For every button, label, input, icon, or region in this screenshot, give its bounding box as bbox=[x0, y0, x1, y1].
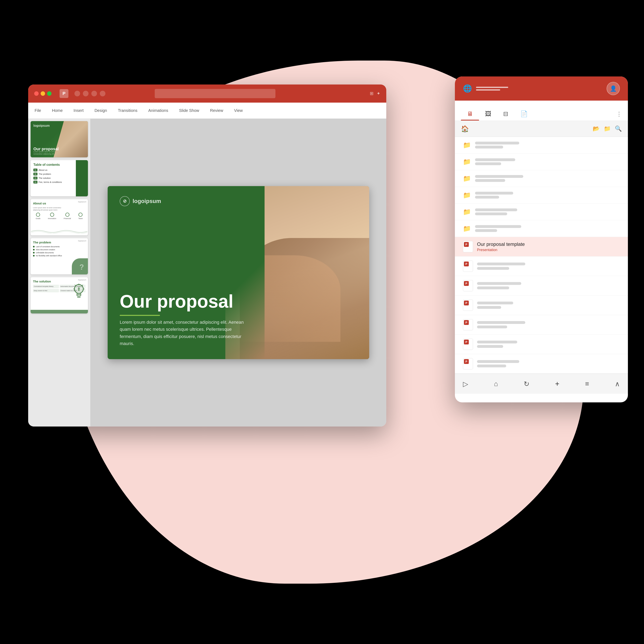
comments-icon[interactable]: ✦ bbox=[377, 91, 380, 96]
folder-item-6[interactable]: 📁 bbox=[455, 220, 628, 237]
svg-line-5 bbox=[75, 285, 76, 286]
folder-item-1[interactable]: 📁 bbox=[455, 137, 628, 154]
ribbon-tab-file[interactable]: File bbox=[32, 107, 43, 114]
ribbon-tab-insert[interactable]: Insert bbox=[71, 107, 86, 114]
ribbon-tab-slideshow[interactable]: Slide Show bbox=[177, 107, 202, 114]
folder-label-1 bbox=[475, 142, 519, 148]
tab-layout-icon: ⊟ bbox=[503, 110, 508, 117]
folder-bar-3b bbox=[475, 179, 505, 182]
slide-thumb-2[interactable]: logoipsum Table of contents 01 About us … bbox=[31, 160, 88, 196]
main-area: logoipsum Our proposal Lorem ipsum dolor… bbox=[28, 119, 386, 427]
bottom-menu-icon[interactable]: ≡ bbox=[585, 380, 589, 388]
file-item-6[interactable] bbox=[455, 354, 628, 374]
file-item-5[interactable] bbox=[455, 335, 628, 354]
about-col-financial: Financial bbox=[64, 213, 71, 219]
folder-bar-1b bbox=[475, 146, 503, 148]
folder-item-5[interactable]: 📁 bbox=[455, 204, 628, 220]
nav-home-icon[interactable]: 🏠 bbox=[461, 125, 469, 133]
main-slide-body: Lorem ipsum dolor sit amet, consectetur … bbox=[120, 319, 252, 347]
ribbon-tab-transitions[interactable]: Transitions bbox=[115, 107, 140, 114]
folder-bar-3a bbox=[475, 175, 523, 178]
bottom-play-icon[interactable]: ▷ bbox=[463, 380, 468, 388]
folder-bar-6a bbox=[475, 225, 521, 228]
problem-item-3: Unfindable documents bbox=[33, 252, 86, 254]
file-item-selected[interactable]: Our proposal template Presentation bbox=[455, 237, 628, 257]
bottom-expand-icon[interactable]: ∧ bbox=[615, 380, 620, 388]
file-bar-6b bbox=[477, 365, 506, 367]
nav-search-icon[interactable]: 🔍 bbox=[615, 125, 622, 132]
folder-icon-3: 📁 bbox=[463, 175, 471, 182]
header-line-1 bbox=[476, 87, 508, 88]
toolbar-icon-2[interactable] bbox=[83, 91, 89, 96]
window-controls bbox=[34, 91, 52, 96]
mobile-avatar[interactable]: 👤 bbox=[607, 82, 620, 95]
file-item-2[interactable] bbox=[455, 276, 628, 296]
ribbon-tab-review[interactable]: Review bbox=[208, 107, 226, 114]
slide-4-preview: logoipsum ? The problem Lack of consiste… bbox=[31, 238, 88, 274]
ribbon-tab-animations[interactable]: Animations bbox=[146, 107, 171, 114]
tab-more-button[interactable]: ⋮ bbox=[616, 111, 622, 121]
close-dot[interactable] bbox=[34, 91, 39, 96]
folder-bar-4b bbox=[475, 196, 499, 199]
bottom-refresh-icon[interactable]: ↻ bbox=[524, 380, 529, 388]
solution-item-1: Centralized template library bbox=[33, 285, 59, 288]
file-bars-3 bbox=[477, 302, 513, 309]
bottom-home-icon[interactable]: ⌂ bbox=[494, 380, 498, 388]
ribbon-tab-home[interactable]: Home bbox=[49, 107, 65, 114]
folder-bar-5b bbox=[475, 212, 507, 215]
main-slide: ⊘ logoipsum Our proposal Lorem ipsum dol… bbox=[108, 186, 369, 359]
folder-bar-2a bbox=[475, 158, 515, 161]
nav-folder-icon[interactable]: 📂 bbox=[593, 125, 600, 132]
mobile-header-lines bbox=[476, 87, 508, 91]
desktop-window: P ⊞ ✦ File Home Insert Design Transition… bbox=[28, 84, 386, 427]
toolbar-icon-1[interactable] bbox=[74, 91, 80, 96]
slide-thumb-1[interactable]: logoipsum Our proposal Lorem ipsum dolor… bbox=[31, 121, 88, 157]
main-slide-logo: ⊘ logoipsum bbox=[120, 196, 161, 206]
file-type-selected: Presentation bbox=[477, 248, 620, 252]
slide-4-title: The problem bbox=[33, 241, 86, 244]
mobile-header-left: 🌐 bbox=[463, 84, 508, 93]
file-info-selected: Our proposal template Presentation bbox=[477, 241, 620, 252]
bottom-add-icon[interactable]: + bbox=[555, 380, 559, 388]
folder-icon-5: 📁 bbox=[463, 208, 471, 216]
folder-item-3[interactable]: 📁 bbox=[455, 170, 628, 187]
toolbar-icon-3[interactable] bbox=[91, 91, 97, 96]
folder-item-4[interactable]: 📁 bbox=[455, 187, 628, 204]
file-item-1[interactable] bbox=[455, 257, 628, 276]
slide-3-columns: Goals Innovation Financial Team bbox=[33, 213, 86, 219]
ribbon-tab-design[interactable]: Design bbox=[92, 107, 109, 114]
avatar-icon: 👤 bbox=[610, 85, 617, 92]
nav-folder-open-icon[interactable]: 📁 bbox=[604, 125, 611, 132]
logo-circle-icon: ⊘ bbox=[120, 196, 130, 206]
file-item-3[interactable] bbox=[455, 296, 628, 315]
slide-thumb-5[interactable]: logoipsum The solution bbox=[31, 277, 88, 313]
search-bar[interactable] bbox=[155, 89, 275, 98]
file-bar-4a bbox=[477, 321, 525, 324]
share-icon[interactable]: ⊞ bbox=[370, 91, 373, 96]
globe-icon[interactable]: 🌐 bbox=[463, 84, 472, 93]
ppt-icon-3 bbox=[463, 300, 473, 311]
main-slide-title: Our proposal bbox=[120, 292, 233, 311]
ribbon-tab-view[interactable]: View bbox=[232, 107, 245, 114]
solution-item-3: Easy search & find bbox=[33, 289, 59, 292]
slide-3-preview: logoipsum About us Lorem ipsum dolor sit… bbox=[31, 199, 88, 235]
tab-images[interactable]: 🖼 bbox=[479, 110, 497, 121]
file-item-4[interactable] bbox=[455, 315, 628, 335]
tab-pages[interactable]: 📄 bbox=[514, 110, 534, 121]
tab-images-icon: 🖼 bbox=[485, 110, 491, 117]
toolbar-icon-4[interactable] bbox=[100, 91, 105, 96]
slide-thumb-4[interactable]: logoipsum ? The problem Lack of consiste… bbox=[31, 238, 88, 274]
slide-thumb-3[interactable]: logoipsum About us Lorem ipsum dolor sit… bbox=[31, 199, 88, 235]
tab-desktop[interactable]: 🖥 bbox=[461, 110, 479, 121]
ppt-icon-6 bbox=[463, 358, 473, 369]
tab-layout[interactable]: ⊟ bbox=[497, 110, 514, 121]
about-col-goals: Goals bbox=[36, 213, 40, 219]
toc-green-block bbox=[76, 160, 88, 196]
folder-icon-1: 📁 bbox=[463, 141, 471, 149]
app-logo: P bbox=[60, 89, 68, 98]
about-col-team: Team bbox=[78, 213, 83, 219]
folder-item-2[interactable]: 📁 bbox=[455, 154, 628, 170]
file-bars-5 bbox=[477, 341, 517, 348]
minimize-dot[interactable] bbox=[41, 91, 45, 96]
maximize-dot[interactable] bbox=[47, 91, 52, 96]
